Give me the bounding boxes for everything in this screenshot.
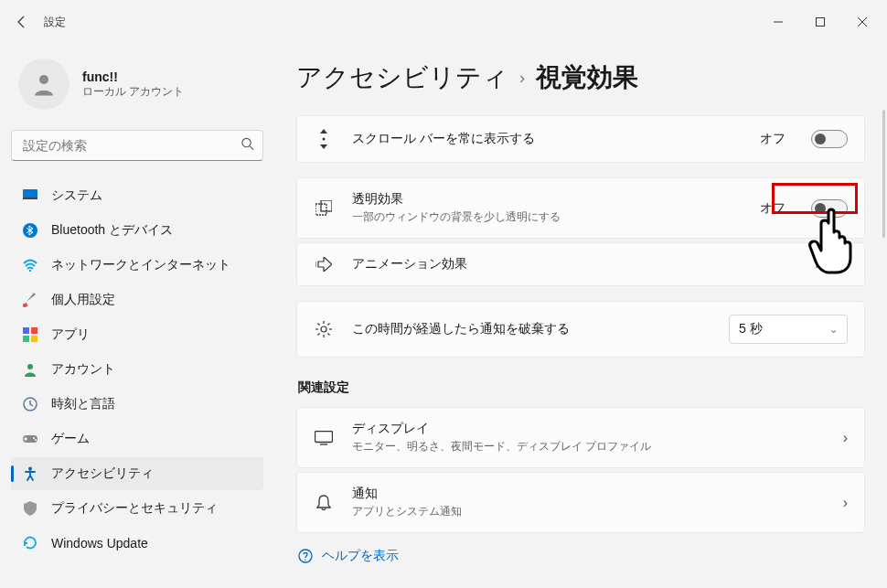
setting-title: 通知 [352,486,825,502]
help-label: ヘルプを表示 [322,548,399,564]
svg-line-34 [328,324,330,326]
svg-point-22 [323,138,326,141]
svg-point-10 [29,270,31,272]
svg-line-33 [318,334,320,336]
back-button[interactable] [4,4,40,40]
avatar [18,59,69,110]
sidebar-item-accessibility[interactable]: アクセシビリティ [11,457,263,490]
animation-icon [314,257,334,272]
svg-point-4 [39,75,48,84]
search-input[interactable] [11,130,263,161]
svg-point-16 [27,364,33,369]
scrollbar-toggle[interactable] [811,130,848,148]
svg-point-20 [35,439,37,441]
setting-scrollbar[interactable]: スクロール バーを常に表示する オフ [296,115,865,163]
sidebar-item-system[interactable]: システム [11,179,263,212]
related-display[interactable]: ディスプレイ モニター、明るさ、夜間モード、ディスプレイ プロファイル › [296,407,865,468]
help-icon [298,549,313,563]
accessibility-icon [22,465,38,482]
sidebar-item-label: Bluetooth とデバイス [51,222,173,239]
setting-state: オフ [760,131,785,147]
related-settings-heading: 関連設定 [298,380,865,396]
svg-point-21 [28,467,32,471]
chevron-right-icon: › [843,495,848,511]
maximize-button[interactable] [799,7,841,37]
person-icon [22,361,38,378]
svg-rect-12 [23,327,29,334]
svg-point-19 [33,437,35,439]
sidebar-item-label: アプリ [51,326,90,343]
setting-dismiss-notification[interactable]: この時間が経過したら通知を破棄する 5 秒 ⌄ [296,301,865,358]
bell-icon [314,495,334,511]
wifi-icon [22,257,38,273]
setting-title: アニメーション効果 [352,256,796,273]
sidebar-item-label: 個人用設定 [51,292,115,308]
transparency-toggle[interactable] [811,199,848,218]
search-icon [240,137,254,155]
svg-point-26 [321,326,326,332]
user-profile[interactable]: func!! ローカル アカウント [11,51,263,128]
svg-point-38 [305,559,305,560]
svg-rect-11 [23,303,28,307]
related-notifications[interactable]: 通知 アプリとシステム通知 › [296,472,865,533]
sidebar-item-label: ネットワークとインターネット [51,257,230,273]
svg-line-31 [318,324,320,326]
setting-description: 一部のウィンドウの背景を少し透明にする [352,209,742,225]
svg-line-6 [250,146,253,150]
setting-title: ディスプレイ [352,421,825,437]
sidebar-item-label: 時刻と言語 [51,396,115,412]
setting-title: この時間が経過したら通知を破棄する [352,321,711,337]
transparency-icon [314,200,334,217]
sidebar-item-apps[interactable]: アプリ [11,318,263,351]
setting-description: モニター、明るさ、夜間モード、ディスプレイ プロファイル [352,439,825,454]
bluetooth-icon [22,222,38,239]
sidebar-item-update[interactable]: Windows Update [11,527,263,560]
sidebar-item-personalize[interactable]: 個人用設定 [11,283,263,316]
scrollbar-indicator[interactable] [882,110,885,238]
help-link[interactable]: ヘルプを表示 [296,537,865,568]
setting-state: オン [815,256,840,273]
chevron-right-icon: › [843,430,848,446]
close-button[interactable] [841,7,883,37]
setting-title: 透明効果 [352,191,742,208]
window-title: 設定 [44,15,66,30]
breadcrumb-parent[interactable]: アクセシビリティ [296,60,508,95]
sidebar-item-privacy[interactable]: プライバシーとセキュリティ [11,492,263,525]
clock-icon [22,396,38,412]
display-icon [314,431,334,445]
setting-title: スクロール バーを常に表示する [352,131,742,147]
svg-rect-14 [23,336,29,342]
sidebar-item-label: アカウント [51,361,115,378]
sidebar-item-label: Windows Update [51,536,148,551]
shield-icon [22,500,38,517]
scrollbar-icon [314,129,334,149]
sidebar-item-accounts[interactable]: アカウント [11,353,263,386]
apps-icon [22,326,38,343]
sidebar-item-label: システム [51,187,102,204]
sidebar-item-gaming[interactable]: ゲーム [11,422,263,455]
breadcrumb: アクセシビリティ › 視覚効果 [296,60,865,95]
setting-description: アプリとシステム通知 [352,504,825,519]
sidebar-item-label: ゲーム [51,431,90,447]
chevron-right-icon: › [519,69,525,88]
sidebar-item-network[interactable]: ネットワークとインターネット [11,249,263,282]
sidebar-item-label: プライバシーとセキュリティ [51,500,218,517]
minimize-button[interactable] [757,7,799,37]
svg-rect-13 [31,327,37,334]
svg-rect-8 [23,198,37,199]
chevron-down-icon: ⌄ [829,324,838,336]
setting-animation[interactable]: アニメーション効果 オン [296,242,865,286]
svg-line-32 [328,334,330,336]
update-icon [22,535,38,551]
dismiss-duration-select[interactable]: 5 秒 ⌄ [729,315,848,344]
select-value: 5 秒 [739,321,763,337]
svg-point-37 [299,550,312,562]
brightness-icon [314,321,334,337]
user-account-type: ローカル アカウント [82,84,184,100]
setting-transparency[interactable]: 透明効果 一部のウィンドウの背景を少し透明にする オフ [296,177,865,239]
gamepad-icon [22,431,38,447]
sidebar-item-bluetooth[interactable]: Bluetooth とデバイス [11,214,263,247]
sidebar-item-time[interactable]: 時刻と言語 [11,388,263,421]
svg-point-5 [242,138,251,146]
svg-rect-15 [31,336,37,342]
